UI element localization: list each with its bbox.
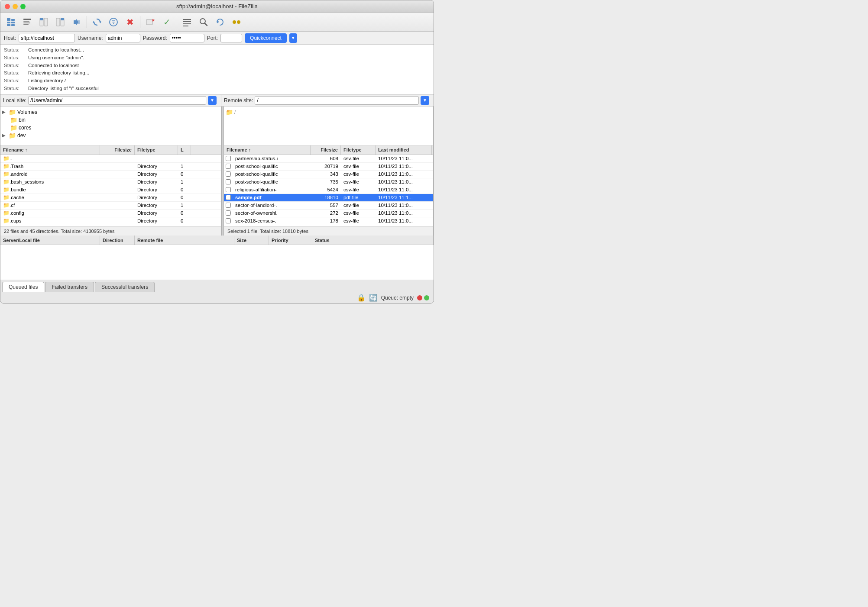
remote-file-row[interactable]: post-school-qualific 343 csv-file 10/11/… [224,171,433,178]
local-file-row[interactable]: 📁.cups Directory 0 [0,217,221,225]
remote-header-filesize[interactable]: Filesize [311,145,341,155]
filter-button[interactable] [106,14,121,30]
local-file-row[interactable]: 📁.bash_sessions Directory 1 [0,178,221,186]
remote-file-row[interactable]: sector-of-landlord-. 557 csv-file 10/11/… [224,202,433,210]
toggle-remote-button[interactable] [52,14,68,30]
local-file-row[interactable]: 📁.android Directory 0 [0,171,221,178]
local-header-l[interactable]: L [178,145,191,155]
status-line-5: Status: Listing directory / [4,77,430,85]
svg-rect-11 [40,18,43,20]
local-file-row[interactable]: 📁.cache Directory 0 [0,194,221,202]
window-controls[interactable] [5,4,26,9]
local-site-dropdown[interactable]: ▼ [208,96,217,105]
process-queue-button[interactable]: ✓ [159,14,175,30]
transfer-queue-button[interactable] [69,14,84,30]
tree-item-dev[interactable]: ▶ 📁 dev [0,132,221,139]
port-label: Port: [207,35,218,41]
remote-site-dropdown[interactable]: ▼ [421,96,429,105]
remote-header-lastmod[interactable]: Last modified [376,145,432,155]
remote-tree[interactable]: 📁 / [224,107,433,145]
remote-col-headers: Filename ↑ Filesize Filetype Last modifi… [224,145,433,155]
cancel-button[interactable]: ✖ [122,14,138,30]
svg-rect-15 [61,18,64,20]
find-button[interactable] [196,14,211,30]
queue-header-remote[interactable]: Remote file [135,236,234,245]
remote-file-row[interactable]: partnership-status-i 608 csv-file 10/11/… [224,155,433,163]
remote-status-text: Selected 1 file. Total size: 18810 bytes [227,229,308,234]
queue-header-size[interactable]: Size [234,236,269,245]
tab-failed-transfers[interactable]: Failed transfers [45,282,94,292]
local-file-row[interactable]: 📁.. [0,155,221,163]
queue-header-priority[interactable]: Priority [269,236,312,245]
host-input[interactable] [19,34,75,42]
remote-site-input[interactable] [255,96,419,105]
svg-rect-22 [146,19,152,25]
status-line-3: Status: Connected to localhost [4,62,430,70]
remote-file-list[interactable]: partnership-status-i 608 csv-file 10/11/… [224,155,433,226]
remote-file-row[interactable]: post-school-qualific 735 csv-file 10/11/… [224,178,433,186]
lock-icon: 🔒 [357,294,366,302]
quickconnect-dropdown[interactable]: ▼ [289,33,297,43]
minimize-button[interactable] [13,4,18,9]
toggle-log-button[interactable] [19,14,35,30]
status-red-dot [417,295,422,300]
tab-queued-files[interactable]: Queued files [2,282,44,292]
queue-header-server[interactable]: Server/Local file [0,236,100,245]
svg-rect-25 [183,19,191,20]
local-file-list[interactable]: 📁.. 📁.Trash Directory 1 📁.android Direct… [0,155,221,226]
site-manager-button[interactable] [3,14,19,30]
status-line-6: Status: Directory listing of "/" success… [4,85,430,93]
remote-file-row[interactable]: sector-of-ownershi. 272 csv-file 10/11/2… [224,210,433,217]
password-input[interactable] [170,34,204,42]
tab-successful-transfers[interactable]: Successful transfers [95,282,155,292]
tree-item-bin[interactable]: 📁 bin [0,116,221,124]
username-input[interactable] [106,34,140,42]
remote-file-row[interactable]: religious-affiliation- 5424 csv-file 10/… [224,186,433,194]
svg-rect-27 [183,23,191,24]
remote-file-row-selected[interactable]: sample.pdf 18810 pdf-file 10/11/23 11:1.… [224,194,433,202]
queue-status-text: Queue: empty [381,295,414,301]
local-site-bar: Local site: ▼ [0,95,221,106]
username-label: Username: [78,35,103,41]
local-file-row[interactable]: 📁.bundle Directory 0 [0,186,221,194]
queue-column-headers: Server/Local file Direction Remote file … [0,236,434,245]
port-input[interactable] [220,34,242,42]
keep-alive-button[interactable] [212,14,228,30]
compare-button[interactable] [229,14,244,30]
local-site-input[interactable] [28,96,206,105]
queue-header-status[interactable]: Status [312,236,434,245]
status-line-2: Status: Using username "admin". [4,54,430,62]
tree-item-root[interactable]: 📁 / [224,108,433,116]
quickconnect-button[interactable]: Quickconnect [245,33,287,43]
remote-header-perms[interactable]: Permissions [432,145,434,155]
local-header-filetype[interactable]: Filetype [135,145,178,155]
local-col-headers: Filename ↑ Filesize Filetype L [0,145,221,155]
toggle-local-button[interactable] [36,14,52,30]
remote-file-row[interactable]: sex-2018-census-. 178 csv-file 10/11/23 … [224,217,433,225]
local-header-filesize[interactable]: Filesize [100,145,135,155]
status-line-4: Status: Retrieving directory listing... [4,69,430,77]
queue-header-direction[interactable]: Direction [100,236,135,245]
tree-item-volumes[interactable]: ▶ 📁 Volumes [0,108,221,116]
remote-file-row[interactable]: post-school-qualific 20719 csv-file 10/1… [224,163,433,171]
maximize-button[interactable] [20,4,26,9]
remote-header-filename[interactable]: Filename ↑ [224,145,311,155]
local-site-label: Local site: [3,97,26,103]
queue-content [0,245,434,280]
svg-marker-31 [217,20,219,23]
tree-item-cores[interactable]: 📁 cores [0,124,221,132]
local-header-filename[interactable]: Filename ↑ [0,145,100,155]
local-file-row[interactable]: 📁.cf Directory 1 [0,202,221,210]
close-button[interactable] [5,4,10,9]
local-file-row[interactable]: 📁.config Directory 0 [0,210,221,217]
local-file-pane: ▶ 📁 Volumes 📁 bin 📁 cores ▶ 📁 dev [0,107,221,236]
svg-point-32 [233,20,236,24]
queue-list-button[interactable] [179,14,195,30]
remote-site-bar: Remote site: ▼ [221,95,434,106]
local-tree[interactable]: ▶ 📁 Volumes 📁 bin 📁 cores ▶ 📁 dev [0,107,221,145]
local-file-row[interactable]: 📁.Trash Directory 1 [0,163,221,171]
password-label: Password: [143,35,167,41]
remote-header-filetype[interactable]: Filetype [341,145,376,155]
clear-failed-button[interactable] [143,14,158,30]
refresh-button[interactable] [89,14,105,30]
